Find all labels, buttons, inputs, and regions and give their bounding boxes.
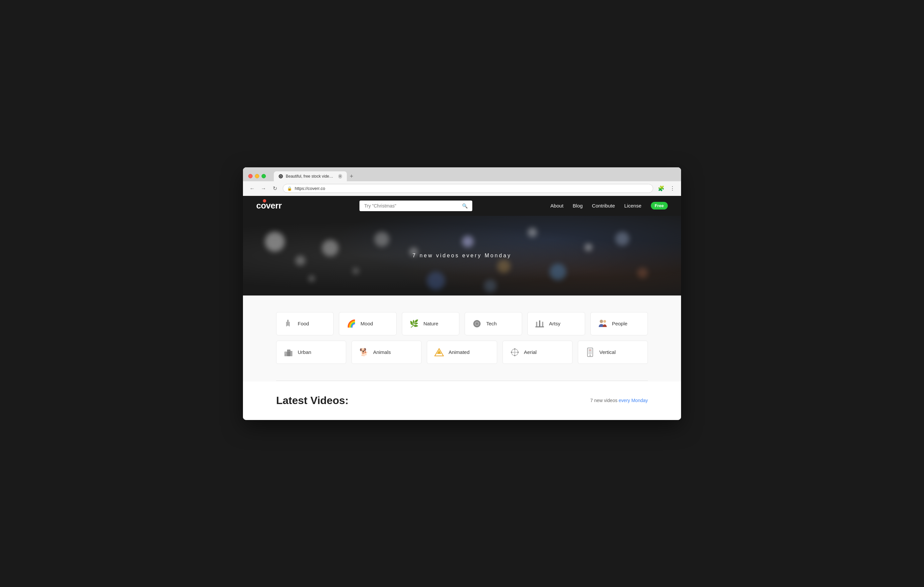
svg-rect-8 [542, 322, 543, 326]
aerial-label: Aerial [524, 349, 537, 355]
svg-rect-13 [290, 351, 292, 356]
logo-dot [263, 199, 266, 203]
svg-point-26 [517, 352, 519, 353]
latest-subtitle-text: 7 new videos [590, 398, 619, 403]
address-bar[interactable]: 🔒 [283, 184, 653, 193]
close-button[interactable] [248, 174, 252, 178]
latest-videos-section: Latest Videos: 7 new videos every Monday [243, 381, 681, 420]
svg-point-10 [603, 320, 606, 323]
category-people[interactable]: People [591, 312, 648, 335]
svg-rect-4 [289, 322, 290, 326]
menu-button[interactable]: ⋮ [668, 184, 676, 193]
category-mood[interactable]: 🌈 Mood [339, 312, 396, 335]
hero-section: 7 new videos every Monday [243, 216, 681, 296]
categories-section: Food 🌈 Mood 🌿 Nature [243, 296, 681, 380]
svg-point-23 [514, 348, 515, 350]
mood-label: Mood [360, 321, 373, 326]
nav-links: About Blog Contribute License Free [550, 202, 668, 210]
tab-bar: Beautiful, free stock video foo… ✕ + [274, 171, 676, 181]
category-artsy[interactable]: Artsy [527, 312, 585, 335]
tab-title: Beautiful, free stock video foo… [286, 174, 334, 179]
site-navbar: coverr 🔍 About Blog Contribute License F… [243, 196, 681, 216]
nature-label: Nature [424, 321, 439, 326]
svg-rect-3 [286, 322, 287, 326]
new-tab-button[interactable]: + [347, 172, 356, 181]
svg-point-9 [600, 320, 603, 323]
search-input[interactable] [364, 203, 459, 208]
artsy-icon [535, 318, 545, 329]
browser-window: Beautiful, free stock video foo… ✕ + ← →… [243, 167, 681, 420]
svg-rect-6 [536, 322, 537, 326]
minimize-button[interactable] [255, 174, 259, 178]
nav-link-license[interactable]: License [624, 203, 642, 208]
tech-icon [472, 318, 482, 329]
urban-icon [283, 347, 294, 357]
vertical-label: Vertical [599, 349, 615, 355]
animated-label: Animated [449, 349, 469, 355]
category-animals[interactable]: 🐕 Animals [351, 341, 421, 364]
browser-chrome: Beautiful, free stock video foo… ✕ + ← →… [243, 167, 681, 196]
svg-rect-15 [288, 351, 289, 351]
maximize-button[interactable] [262, 174, 266, 178]
nav-link-blog[interactable]: Blog [573, 203, 583, 208]
nature-icon: 🌿 [409, 318, 419, 329]
traffic-lights [248, 174, 266, 178]
animals-label: Animals [373, 349, 391, 355]
latest-videos-title: Latest Videos: [276, 394, 348, 407]
svg-rect-28 [589, 349, 592, 354]
svg-point-0 [279, 174, 283, 178]
category-tech[interactable]: Tech [465, 312, 522, 335]
aerial-icon [510, 347, 520, 357]
url-input[interactable] [295, 186, 649, 191]
tab-favicon [279, 174, 283, 179]
vertical-icon [585, 347, 596, 357]
website-content: coverr 🔍 About Blog Contribute License F… [243, 196, 681, 420]
food-label: Food [298, 321, 309, 326]
logo-o: o [261, 200, 266, 211]
browser-titlebar: Beautiful, free stock video foo… ✕ + [243, 167, 681, 181]
animals-icon: 🐕 [358, 347, 369, 357]
search-icon: 🔍 [462, 203, 468, 208]
tech-label: Tech [486, 321, 497, 326]
categories-grid-row2: Urban 🐕 Animals Animated [276, 341, 648, 364]
category-animated[interactable]: Animated [427, 341, 497, 364]
nav-link-about[interactable]: About [550, 203, 563, 208]
forward-button[interactable]: → [259, 184, 268, 193]
site-logo[interactable]: coverr [256, 200, 282, 211]
nav-buttons: ← → ↻ [248, 184, 279, 193]
svg-point-24 [514, 355, 515, 356]
svg-rect-11 [284, 352, 287, 356]
category-nature[interactable]: 🌿 Nature [402, 312, 459, 335]
people-icon [597, 318, 608, 329]
food-icon [283, 318, 294, 329]
browser-action-icons: 🧩 ⋮ [657, 184, 676, 193]
svg-rect-14 [285, 352, 286, 353]
free-badge: Free [651, 202, 668, 210]
svg-point-25 [511, 352, 512, 353]
tab-close-button[interactable]: ✕ [338, 174, 342, 179]
category-vertical[interactable]: Vertical [578, 341, 648, 364]
svg-rect-5 [535, 326, 544, 327]
lock-icon: 🔒 [287, 186, 292, 191]
latest-videos-subtitle: 7 new videos every Monday [590, 398, 648, 403]
category-urban[interactable]: Urban [276, 341, 346, 364]
browser-toolbar: ← → ↻ 🔒 🧩 ⋮ [243, 181, 681, 196]
svg-rect-16 [289, 351, 290, 351]
nav-link-contribute[interactable]: Contribute [592, 203, 615, 208]
urban-label: Urban [298, 349, 311, 355]
mood-icon: 🌈 [346, 318, 356, 329]
animated-icon [434, 347, 444, 357]
back-button[interactable]: ← [248, 184, 257, 193]
artsy-label: Artsy [549, 321, 560, 326]
reload-button[interactable]: ↻ [270, 184, 279, 193]
people-label: People [612, 321, 628, 326]
svg-rect-2 [287, 320, 289, 326]
category-food[interactable]: Food [276, 312, 333, 335]
hero-tagline: 7 new videos every Monday [412, 253, 512, 259]
active-tab[interactable]: Beautiful, free stock video foo… ✕ [274, 171, 347, 181]
svg-point-29 [589, 355, 591, 356]
extensions-button[interactable]: 🧩 [657, 184, 666, 193]
category-aerial[interactable]: Aerial [503, 341, 573, 364]
search-bar[interactable]: 🔍 [360, 200, 472, 211]
every-monday-link[interactable]: every Monday [619, 398, 648, 403]
